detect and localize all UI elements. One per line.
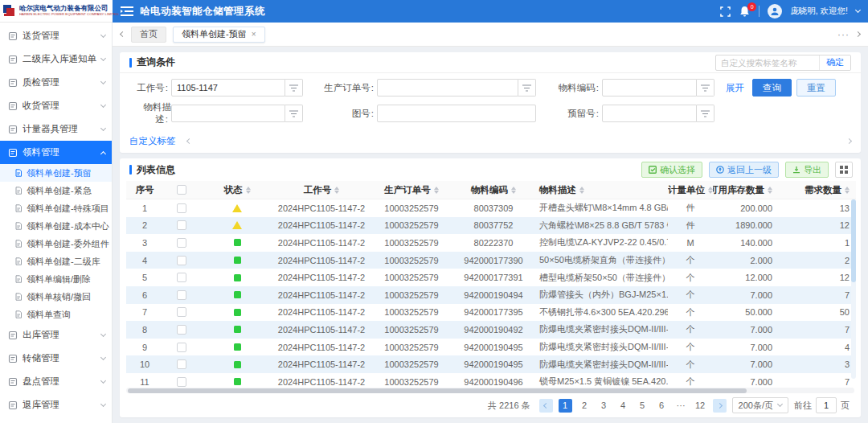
sidebar-subitem-5-4[interactable]: 领料单创建-委外组件	[0, 235, 112, 253]
drawing-no-input[interactable]	[377, 105, 536, 122]
table-row[interactable]: 62024HPC1105-1147-2100032525799420001904…	[126, 286, 856, 304]
table-row[interactable]: 52024HPC1105-1147-2100032525799420001773…	[126, 269, 856, 286]
column-header-7[interactable]: 计量单位	[668, 184, 713, 196]
horizontal-scrollbar[interactable]	[126, 388, 854, 393]
select-all-checkbox[interactable]	[177, 185, 186, 195]
column-header-4[interactable]: 生产订单号	[369, 184, 454, 196]
tab-1[interactable]: 领料单创建-预留×	[173, 27, 265, 43]
row-checkbox[interactable]	[177, 359, 186, 369]
fullscreen-icon[interactable]	[720, 6, 731, 17]
table-row[interactable]: 92024HPC1105-1147-2100032525799420001904…	[126, 339, 856, 356]
close-tab-icon[interactable]: ×	[252, 30, 256, 39]
table-row[interactable]: 32024HPC1105-1147-21000325257980222370控制…	[126, 234, 856, 252]
sort-icon[interactable]	[768, 187, 772, 194]
custom-tags-link[interactable]: 自定义标签	[129, 135, 176, 147]
chevron-down-icon[interactable]	[855, 7, 861, 13]
page-button-2[interactable]: 2	[578, 399, 592, 413]
table-row[interactable]: 102024HPC1105-1147-210003252579942000190…	[126, 355, 856, 373]
material-desc-filter-icon[interactable]	[285, 105, 303, 122]
back-button[interactable]: 返回上一级	[709, 162, 779, 178]
sidebar-item-5[interactable]: 领料管理	[0, 141, 112, 164]
column-settings-icon[interactable]	[835, 162, 853, 178]
tab-scroll-left-icon[interactable]	[121, 32, 125, 36]
order-no-filter-icon[interactable]	[518, 79, 536, 97]
page-button-1[interactable]: 1	[559, 399, 572, 413]
sidebar-subitem-5-2[interactable]: 领料单创建-特殊项目	[0, 199, 112, 217]
page-size-select[interactable]: 200条/页	[732, 397, 788, 413]
page-button-3[interactable]: 3	[597, 399, 611, 413]
sidebar-subitem-5-3[interactable]: 领料单创建-成本中心	[0, 217, 112, 235]
vertical-scrollbar[interactable]	[851, 199, 856, 379]
column-header-8[interactable]: 可用库存数量	[713, 184, 787, 196]
page-button-12[interactable]: 12	[694, 399, 707, 413]
material-desc-input[interactable]	[171, 105, 285, 122]
export-button[interactable]: 导出	[785, 162, 829, 178]
sort-icon[interactable]	[511, 187, 516, 194]
row-checkbox[interactable]	[177, 238, 186, 248]
table-row[interactable]: 12024HPC1105-1147-21000325257980037309开槽…	[126, 199, 856, 217]
row-checkbox[interactable]	[177, 203, 186, 213]
confirm-tag-button[interactable]: 确定	[819, 55, 850, 70]
column-header-5[interactable]: 物料编码	[454, 184, 533, 196]
collapse-menu-icon[interactable]	[121, 6, 133, 16]
row-checkbox[interactable]	[177, 343, 186, 352]
row-checkbox[interactable]	[177, 256, 186, 265]
sidebar-item-1[interactable]: 二级库入库通知单	[0, 47, 112, 71]
table-row[interactable]: 82024HPC1105-1147-2100032525799420001904…	[126, 321, 856, 339]
goto-page-input[interactable]	[816, 397, 837, 413]
row-checkbox[interactable]	[177, 325, 186, 335]
sidebar-subitem-5-7[interactable]: 领料单核销/撤回	[0, 288, 112, 306]
row-checkbox[interactable]	[177, 290, 186, 300]
sidebar-item-2[interactable]: 质检管理	[0, 71, 112, 94]
sidebar-subitem-5-0[interactable]: 领料单创建-预留	[0, 164, 112, 182]
reset-button[interactable]: 重置	[796, 79, 836, 97]
tags-scroll-left-icon[interactable]	[186, 138, 191, 144]
sidebar-item-4[interactable]: 计量器具管理	[0, 117, 112, 141]
column-header-6[interactable]: 物料描述	[533, 184, 668, 196]
row-checkbox[interactable]	[177, 307, 186, 317]
column-header-2[interactable]: 状态	[200, 184, 274, 196]
row-checkbox[interactable]	[177, 220, 186, 230]
sidebar-item-7[interactable]: 转储管理	[0, 347, 112, 370]
order-no-input[interactable]	[377, 79, 518, 97]
sort-icon[interactable]	[334, 187, 339, 194]
column-header-9[interactable]: 需求数量	[787, 184, 856, 196]
page-button-5[interactable]: 5	[636, 399, 649, 413]
page-button-6[interactable]: 6	[655, 399, 669, 413]
work-no-input[interactable]	[171, 79, 285, 97]
row-checkbox[interactable]	[177, 273, 186, 282]
expand-link[interactable]: 展开	[726, 82, 744, 94]
tab-0[interactable]: 首页	[131, 27, 166, 43]
reserve-no-input[interactable]	[602, 105, 697, 122]
material-code-filter-icon[interactable]	[697, 79, 714, 97]
sidebar-subitem-5-6[interactable]: 领料单编辑/删除	[0, 270, 112, 288]
sidebar-subitem-5-5[interactable]: 领料单创建-二级库	[0, 253, 112, 270]
custom-tag-input[interactable]	[716, 58, 819, 68]
sidebar-item-3[interactable]: 收货管理	[0, 94, 112, 117]
sort-icon[interactable]	[845, 187, 850, 194]
material-code-input[interactable]	[602, 79, 697, 97]
table-row[interactable]: 42024HPC1105-1147-2100032525799420001773…	[126, 252, 856, 269]
table-row[interactable]: 22024HPC1105-1147-21000325257980037752六角…	[126, 217, 856, 235]
user-avatar[interactable]	[768, 4, 782, 18]
sidebar-subitem-5-8[interactable]: 领料单查询	[0, 306, 112, 323]
notification-bell-icon[interactable]: 0	[739, 6, 751, 18]
work-no-filter-icon[interactable]	[285, 79, 303, 97]
column-header-3[interactable]: 工作号	[274, 184, 369, 196]
tab-more-icon[interactable]: ···	[837, 29, 850, 40]
row-checkbox[interactable]	[177, 377, 186, 387]
confirm-select-button[interactable]: 确认选择	[641, 162, 702, 178]
page-button-4[interactable]: 4	[616, 399, 630, 413]
sidebar-item-6[interactable]: 出库管理	[0, 323, 112, 347]
sidebar-item-8[interactable]: 盘点管理	[0, 370, 112, 393]
sort-icon[interactable]	[246, 187, 251, 194]
sidebar-item-9[interactable]: 退库管理	[0, 393, 112, 417]
sidebar-subitem-5-1[interactable]: 领料单创建-紧急	[0, 182, 112, 199]
next-page-button[interactable]	[713, 399, 727, 413]
tab-scroll-right-icon[interactable]	[856, 32, 860, 36]
sort-icon[interactable]	[579, 187, 584, 194]
table-row[interactable]: 72024HPC1105-1147-2100032525799420001773…	[126, 304, 856, 322]
sort-icon[interactable]	[434, 187, 439, 194]
prev-page-button[interactable]	[539, 399, 553, 413]
search-button[interactable]: 查询	[752, 79, 792, 97]
